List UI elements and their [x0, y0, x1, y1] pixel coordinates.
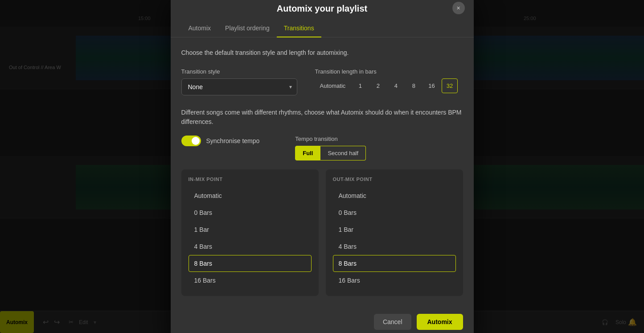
- length-label: Transition length in bars: [315, 68, 458, 75]
- style-select-wrapper: None Cut Fade Echo Out Spinback Wash Out…: [181, 78, 297, 95]
- modal-header: Automix your playlist ×: [171, 0, 474, 21]
- sync-row: Synchronise tempo: [181, 136, 260, 146]
- tab-automix[interactable]: Automix: [181, 21, 218, 37]
- sync-toggle[interactable]: [181, 136, 201, 146]
- cancel-button[interactable]: Cancel: [374, 314, 411, 330]
- in-mix-8bars[interactable]: 8 Bars: [189, 255, 312, 272]
- tempo-btn-full[interactable]: Full: [295, 146, 320, 160]
- modal-tabs: Automix Playlist ordering Transitions: [171, 21, 474, 37]
- sync-label: Synchronise tempo: [206, 137, 260, 144]
- in-mix-automatic[interactable]: Automatic: [189, 187, 312, 204]
- tab-transitions[interactable]: Transitions: [277, 21, 321, 37]
- out-mix-16bars[interactable]: 16 Bars: [333, 272, 456, 289]
- automix-button[interactable]: Automix: [417, 314, 463, 330]
- tempo-btn-second-half[interactable]: Second half: [320, 146, 366, 160]
- mix-panels: IN-MIX POINT Automatic 0 Bars 1 Bar 4 Ba…: [181, 169, 463, 296]
- out-mix-title: OUT-MIX POINT: [333, 177, 456, 182]
- modal-body: Choose the default transition style and …: [171, 37, 474, 307]
- out-mix-8bars[interactable]: 8 Bars: [333, 255, 456, 272]
- bar-btn-4[interactable]: 4: [388, 78, 404, 93]
- modal: Automix your playlist × Automix Playlist…: [171, 0, 474, 333]
- out-mix-panel: OUT-MIX POINT Automatic 0 Bars 1 Bar 4 B…: [326, 169, 463, 296]
- out-mix-1bar[interactable]: 1 Bar: [333, 221, 456, 238]
- out-mix-automatic[interactable]: Automatic: [333, 187, 456, 204]
- tempo-transition-group: Tempo transition Full Second half: [295, 136, 366, 160]
- bar-btn-8[interactable]: 8: [406, 78, 422, 93]
- tempo-buttons: Full Second half: [295, 146, 366, 160]
- bar-btn-16[interactable]: 16: [423, 78, 439, 93]
- out-mix-4bars[interactable]: 4 Bars: [333, 238, 456, 255]
- controls-row: Transition style None Cut Fade Echo Out …: [181, 68, 463, 95]
- transitions-description: Choose the default transition style and …: [181, 48, 463, 58]
- style-label: Transition style: [181, 68, 297, 75]
- modal-footer: Cancel Automix: [171, 307, 474, 333]
- bar-btn-automatic[interactable]: Automatic: [315, 78, 351, 93]
- tab-playlist-ordering[interactable]: Playlist ordering: [218, 21, 277, 37]
- in-mix-16bars[interactable]: 16 Bars: [189, 272, 312, 289]
- tempo-transition-label: Tempo transition: [295, 136, 366, 142]
- tempo-row: Synchronise tempo Tempo transition Full …: [181, 136, 463, 160]
- style-group: Transition style None Cut Fade Echo Out …: [181, 68, 297, 95]
- bar-options: Automatic 1 2 4 8 16 32: [315, 78, 458, 93]
- length-group: Transition length in bars Automatic 1 2 …: [315, 68, 458, 93]
- in-mix-1bar[interactable]: 1 Bar: [189, 221, 312, 238]
- style-select[interactable]: None Cut Fade Echo Out Spinback Wash Out: [181, 78, 297, 95]
- out-mix-0bars[interactable]: 0 Bars: [333, 204, 456, 221]
- in-mix-title: IN-MIX POINT: [189, 177, 312, 182]
- toggle-knob: [192, 137, 200, 145]
- bar-btn-1[interactable]: 1: [352, 78, 368, 93]
- bar-btn-32[interactable]: 32: [442, 78, 458, 93]
- modal-overlay: Automix your playlist × Automix Playlist…: [0, 0, 644, 333]
- close-button[interactable]: ×: [452, 2, 465, 14]
- modal-title: Automix your playlist: [277, 4, 367, 14]
- in-mix-4bars[interactable]: 4 Bars: [189, 238, 312, 255]
- bar-btn-2[interactable]: 2: [370, 78, 386, 93]
- in-mix-0bars[interactable]: 0 Bars: [189, 204, 312, 221]
- in-mix-panel: IN-MIX POINT Automatic 0 Bars 1 Bar 4 Ba…: [181, 169, 319, 296]
- bpm-description: Different songs come with different rhyt…: [181, 108, 463, 127]
